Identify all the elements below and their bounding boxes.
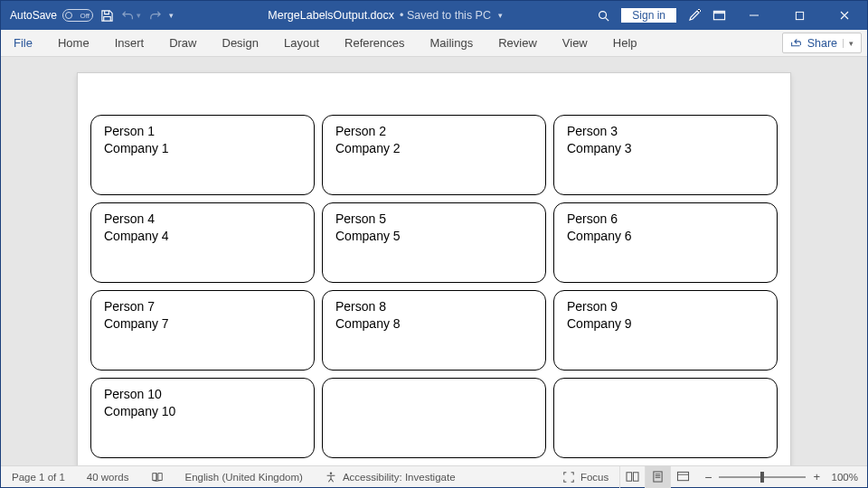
minimize-button[interactable] [737,1,771,30]
tab-insert[interactable]: Insert [102,30,157,56]
share-dropdown-icon[interactable]: ▾ [843,39,854,48]
status-bar: Page 1 of 1 40 words English (United Kin… [1,465,867,487]
view-buttons [619,466,695,488]
zoom-out-button[interactable]: − [704,470,712,484]
status-accessibility[interactable]: Accessibility: Investigate [314,471,467,483]
zoom-control: − + 100% [695,470,867,484]
label-company: Company 4 [104,228,301,245]
tab-design[interactable]: Design [210,30,271,56]
label-person: Person 10 [104,386,301,403]
svg-rect-3 [796,12,803,19]
title-bar-left: AutoSave Off ▾ ▾ [1,9,174,23]
ribbon-tabs-list: File Home Insert Draw Design Layout Refe… [1,30,650,56]
chevron-down-icon[interactable]: ▾ [498,11,503,20]
tab-draw[interactable]: Draw [156,30,209,56]
mail-merge-label[interactable]: Person 6Company 6 [553,202,778,283]
app-window: AutoSave Off ▾ ▾ MergeLabelsOutput.docx … [0,0,868,488]
title-bar-center: MergeLabelsOutput.docx • Saved to this P… [174,9,597,22]
tab-references[interactable]: References [332,30,417,56]
label-person: Person 1 [104,123,301,140]
svg-point-4 [330,472,332,474]
ribbon-display-icon[interactable] [712,9,726,23]
mail-merge-label[interactable]: Person 5Company 5 [322,202,546,283]
page: Person 1Company 1Person 2Company 2Person… [78,73,790,465]
tab-view[interactable]: View [550,30,600,56]
title-bar-right: Sign in [597,1,867,30]
pen-icon[interactable] [687,8,702,23]
mail-merge-label[interactable]: Person 4Company 4 [90,202,315,283]
status-focus[interactable]: Focus [552,471,619,483]
label-company: Company 6 [567,228,764,245]
status-words[interactable]: 40 words [76,472,140,483]
undo-dropdown-icon[interactable]: ▾ [137,11,141,20]
label-company: Company 7 [104,315,301,333]
mail-merge-label[interactable]: Person 10Company 10 [90,378,315,458]
save-icon[interactable] [100,9,114,23]
view-print-layout[interactable] [645,466,670,488]
mail-merge-label[interactable]: Person 7Company 7 [90,290,315,371]
document-title[interactable]: MergeLabelsOutput.docx [268,9,394,22]
search-icon[interactable] [597,9,610,23]
label-company: Company 10 [104,403,301,420]
accessibility-icon [325,471,337,483]
labels-grid: Person 1Company 1Person 2Company 2Person… [78,73,790,458]
label-company: Company 3 [567,140,764,157]
mail-merge-label[interactable]: Person 2Company 2 [322,115,546,195]
label-person: Person 7 [104,298,301,315]
status-accessibility-text: Accessibility: Investigate [343,472,456,483]
redo-icon[interactable] [148,9,162,23]
share-label: Share [807,37,837,50]
label-person: Person 4 [104,211,301,228]
mail-merge-label[interactable] [322,378,546,458]
label-company: Company 5 [335,228,533,245]
mail-merge-label[interactable]: Person 8Company 8 [322,290,546,371]
share-button[interactable]: Share ▾ [782,33,862,53]
document-area[interactable]: Person 1Company 1Person 2Company 2Person… [1,57,867,465]
svg-rect-2 [713,11,724,14]
label-person: Person 9 [567,298,764,315]
mail-merge-label[interactable] [553,378,778,458]
label-person: Person 5 [335,211,533,228]
view-web-layout[interactable] [670,466,695,488]
ribbon-tabs: File Home Insert Draw Design Layout Refe… [1,30,867,57]
status-focus-text: Focus [580,472,609,483]
label-company: Company 1 [104,140,301,157]
zoom-level[interactable]: 100% [827,472,858,483]
label-company: Company 2 [335,140,533,157]
zoom-in-button[interactable]: + [813,470,820,483]
book-icon [151,471,164,483]
mail-merge-label[interactable]: Person 9Company 9 [553,290,778,371]
share-icon [790,37,802,49]
toggle-switch-icon: Off [62,9,93,22]
sign-in-button[interactable]: Sign in [621,8,676,23]
tab-mailings[interactable]: Mailings [418,30,486,56]
tab-review[interactable]: Review [486,30,550,56]
tab-layout[interactable]: Layout [271,30,332,56]
saved-status: • Saved to this PC [400,9,491,22]
status-page[interactable]: Page 1 of 1 [1,472,76,483]
tab-file[interactable]: File [1,30,45,56]
zoom-slider[interactable] [719,476,806,478]
tab-help[interactable]: Help [600,30,650,56]
maximize-button[interactable] [782,1,816,30]
label-person: Person 3 [567,123,764,140]
mail-merge-label[interactable]: Person 3Company 3 [553,115,778,195]
web-layout-icon [676,471,690,483]
svg-point-0 [599,11,607,18]
print-layout-icon [651,471,665,483]
autosave-state: Off [80,12,90,20]
autosave-label: AutoSave [10,9,57,22]
focus-icon [562,471,575,483]
label-person: Person 2 [335,123,533,140]
undo-icon[interactable] [121,9,135,23]
status-spellcheck[interactable] [140,471,175,483]
svg-rect-6 [678,472,689,480]
svg-rect-5 [654,472,662,482]
status-language[interactable]: English (United Kingdom) [175,472,314,483]
autosave-toggle[interactable]: AutoSave Off [10,9,93,22]
tab-home[interactable]: Home [45,30,102,56]
title-bar: AutoSave Off ▾ ▾ MergeLabelsOutput.docx … [1,1,867,30]
view-read-mode[interactable] [619,466,645,488]
close-button[interactable] [827,1,862,30]
mail-merge-label[interactable]: Person 1Company 1 [90,115,315,195]
